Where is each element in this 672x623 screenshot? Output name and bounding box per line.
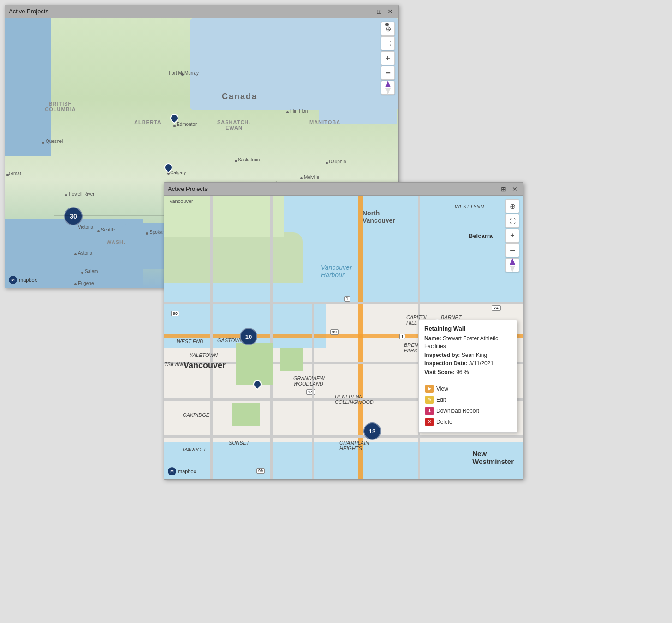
- pacific-ocean: [5, 18, 51, 156]
- delete-label: Delete: [436, 419, 452, 425]
- delete-icon: ✕: [425, 418, 434, 426]
- edit-icon: ✎: [425, 396, 434, 404]
- north-button-1[interactable]: [381, 81, 395, 95]
- zoom-out-button-2[interactable]: −: [505, 243, 519, 257]
- mapbox-icon-1: M: [9, 276, 17, 284]
- popup-inspected-label: Inspected by:: [424, 352, 460, 358]
- zoom-out-button-1[interactable]: −: [381, 66, 395, 80]
- edmonton-label: Edmonton: [177, 122, 198, 127]
- single-pin-vancouver[interactable]: [253, 380, 262, 388]
- view-label: View: [436, 386, 448, 392]
- popup-name-label: Name:: [424, 335, 441, 342]
- north-arrow-2: [506, 258, 519, 272]
- calgary-pin[interactable]: [164, 163, 172, 172]
- road-grid-v3: [312, 302, 314, 479]
- window1-controls: ⊞ ✕: [375, 7, 395, 16]
- north-arrow-up: [385, 81, 391, 87]
- road-grid-h4: [164, 435, 523, 438]
- flin-flon-dot: [286, 111, 289, 113]
- border-line-1: [54, 196, 54, 288]
- edmonton-pin[interactable]: [170, 114, 178, 122]
- geolocate-button-2[interactable]: ⊕: [505, 199, 519, 213]
- cluster-pin-10[interactable]: 10: [240, 328, 257, 345]
- download-icon: ⬇: [425, 407, 434, 415]
- action-download[interactable]: ⬇ Download Report: [424, 405, 511, 416]
- window1-close-button[interactable]: ✕: [386, 7, 395, 16]
- zoom-in-button-1[interactable]: +: [381, 51, 395, 65]
- border-line-2: [54, 215, 164, 216]
- park-2: [280, 348, 303, 371]
- powell-river-dot: [65, 194, 67, 196]
- north-arrow-1: [381, 81, 394, 95]
- powell-river-label: Powell River: [69, 191, 95, 196]
- window2-controls: ⊞ ✕: [499, 184, 519, 194]
- mapbox-logo-1: M mapbox: [9, 276, 37, 284]
- popup-score-row: Visit Score: 96 %: [424, 368, 511, 376]
- window2-grid-button[interactable]: ⊞: [499, 184, 508, 194]
- popup-date-row: Inspection Date: 3/11/2021: [424, 360, 511, 368]
- park-3: [232, 403, 260, 426]
- mapbox-text-2: mapbox: [178, 469, 196, 474]
- popup-title: Retaining Wall: [424, 325, 511, 332]
- map-area-2[interactable]: 99 99 1 1 1A 7A NorthVancouver WEST LYNN…: [164, 196, 523, 479]
- gimat-label: Gimat: [9, 171, 21, 176]
- map-controls-1: ⊕ ⛶ + −: [381, 22, 395, 95]
- fullscreen-button-1[interactable]: ⛶: [381, 36, 395, 50]
- view-icon: ▶: [425, 385, 434, 393]
- window2-close-button[interactable]: ✕: [510, 184, 519, 194]
- popup-date-value: 3/11/2021: [469, 360, 494, 367]
- saskatoon-label: Saskatoon: [238, 157, 260, 162]
- fort-mc-dot: [181, 73, 184, 76]
- action-view[interactable]: ▶ View: [424, 383, 511, 394]
- mapbox-logo-2: M mapbox: [168, 467, 196, 475]
- dot-indicator: [385, 23, 389, 26]
- popup-box: Retaining Wall Name: Stewart Foster Athl…: [418, 320, 517, 433]
- dauphin-label: Dauphin: [329, 159, 346, 164]
- popup-date-label: Inspection Date:: [424, 360, 467, 367]
- edmonton-dot: [173, 125, 176, 127]
- vancouver-top-label: vancouver: [170, 198, 193, 204]
- mapbox-text-1: mapbox: [19, 277, 37, 283]
- zoom-in-button-2[interactable]: +: [505, 229, 519, 243]
- park-1: [236, 343, 273, 385]
- edit-label: Edit: [436, 397, 446, 403]
- fullscreen-button-2[interactable]: ⛶: [505, 214, 519, 228]
- gimat-dot: [6, 174, 9, 176]
- map-controls-2: ⊕ ⛶ + −: [505, 199, 519, 272]
- popup-name-row: Name: Stewart Foster Athletic Facilities: [424, 335, 511, 350]
- popup-score-label: Visit Score:: [424, 369, 455, 375]
- alberta-label: ALBERTA: [134, 119, 161, 125]
- download-label: Download Report: [436, 408, 479, 414]
- title-bar-2: Active Projects ⊞ ✕: [164, 183, 523, 196]
- mapbox-icon-2: M: [168, 467, 176, 475]
- melville-dot: [300, 177, 303, 179]
- north-arrow-down: [385, 88, 391, 95]
- south-water: [164, 442, 523, 479]
- north-arrow-down-2: [510, 266, 515, 272]
- dauphin-dot: [326, 162, 328, 164]
- spokane-dot: [146, 232, 148, 235]
- window1-title: Active Projects: [9, 8, 48, 15]
- action-delete[interactable]: ✕ Delete: [424, 416, 511, 427]
- road-grid-h1: [164, 302, 523, 304]
- astoria-dot: [74, 253, 77, 255]
- north-arrow-up-2: [510, 258, 515, 265]
- melville-label: Melville: [304, 175, 319, 180]
- salem-dot: [81, 272, 83, 274]
- saskatchewan-label: SASKATCH-EWAN: [217, 119, 251, 131]
- cluster-pin-13[interactable]: 13: [363, 422, 381, 440]
- saskatoon-dot: [235, 160, 237, 162]
- window1-grid-button[interactable]: ⊞: [375, 7, 384, 16]
- calgary-label: Calgary: [170, 170, 186, 175]
- cluster-pin-30[interactable]: 30: [64, 207, 83, 225]
- north-button-2[interactable]: [505, 258, 519, 272]
- quesnel-dot: [42, 142, 44, 144]
- title-bar-1: Active Projects ⊞ ✕: [5, 5, 398, 18]
- road-grid-v1: [210, 196, 213, 479]
- popup-score-value: 96 %: [456, 369, 469, 375]
- popup-inspected-row: Inspected by: Sean King: [424, 351, 511, 359]
- popup-actions: ▶ View ✎ Edit ⬇ Download Report ✕ Delete: [424, 380, 511, 427]
- window2-title: Active Projects: [168, 185, 208, 192]
- action-edit[interactable]: ✎ Edit: [424, 394, 511, 405]
- seattle-dot: [97, 230, 100, 232]
